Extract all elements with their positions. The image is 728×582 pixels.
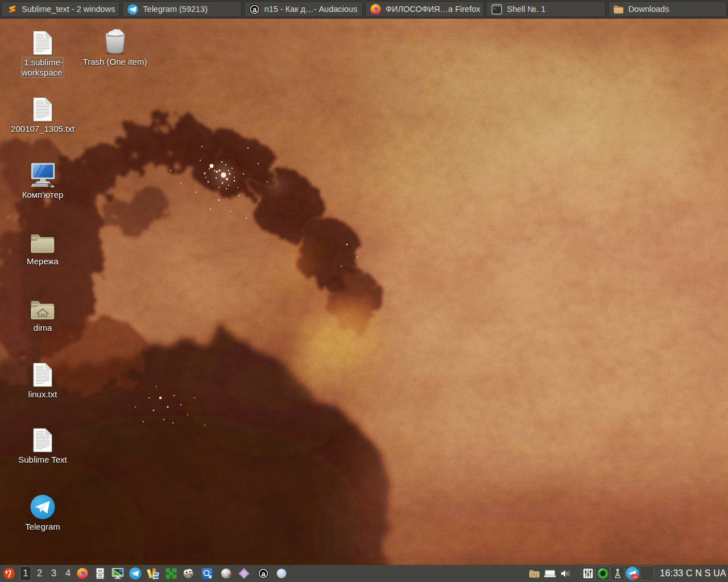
svg-text:>_: >_ [494,6,498,10]
svg-text:a: a [253,6,257,14]
svg-text:a: a [261,569,266,578]
svg-text:-13: -13 [632,575,637,579]
svg-text:[o]: [o] [531,572,537,577]
